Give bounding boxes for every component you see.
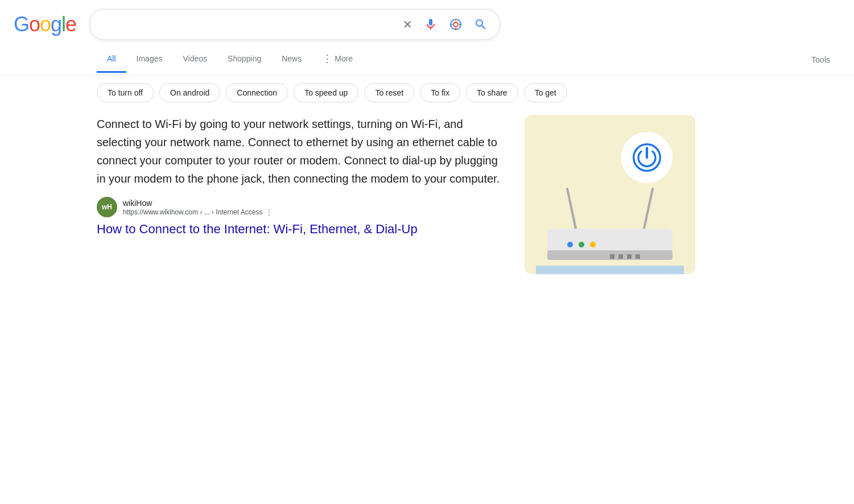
clear-button[interactable]: ✕ (401, 15, 415, 34)
router-svg (536, 183, 684, 274)
search-button[interactable] (472, 15, 490, 34)
svg-rect-18 (536, 266, 684, 274)
main-content: Connect to Wi-Fi by going to your networ… (0, 115, 854, 274)
logo-letter-e: e (65, 13, 76, 36)
router-image (525, 115, 695, 274)
tab-more[interactable]: ⋮ More (312, 44, 363, 75)
tab-shopping[interactable]: Shopping (217, 46, 271, 73)
nav-tabs: All Images Videos Shopping News ⋮ More T… (0, 44, 854, 75)
svg-rect-15 (618, 254, 623, 259)
power-icon (633, 143, 661, 172)
results-column: Connect to Wi-Fi by going to your networ… (97, 115, 506, 274)
chip-reset[interactable]: To reset (364, 83, 414, 102)
tools-button[interactable]: Tools (801, 47, 840, 72)
source-avatar: wH (97, 197, 117, 217)
tab-all[interactable]: All (97, 46, 126, 73)
source-info: wikiHow https://www.wikihow.com › ... › … (123, 199, 273, 216)
svg-line-7 (567, 189, 576, 229)
clear-icon: ✕ (403, 18, 412, 31)
chip-turn-off[interactable]: To turn off (97, 83, 154, 102)
chips-row: To turn off On android Connection To spe… (0, 75, 854, 110)
svg-rect-17 (636, 254, 640, 259)
svg-point-13 (590, 242, 596, 247)
svg-rect-16 (627, 254, 632, 259)
source-dots-menu[interactable]: ⋮ (266, 208, 273, 216)
chip-fix[interactable]: To fix (420, 83, 460, 102)
tab-videos[interactable]: Videos (172, 46, 217, 73)
snippet-text: Connect to Wi-Fi by going to your networ… (97, 115, 506, 188)
result-title-link[interactable]: How to Connect to the Internet: Wi-Fi, E… (97, 222, 506, 237)
lens-button[interactable] (447, 15, 465, 34)
tab-news[interactable]: News (271, 46, 312, 73)
dots-more-icon: ⋮ (322, 52, 332, 65)
logo-letter-o1: o (29, 13, 40, 36)
microphone-icon (424, 18, 438, 31)
logo-letter-g2: g (51, 13, 61, 36)
svg-point-12 (579, 242, 584, 247)
chip-connection[interactable]: Connection (226, 83, 288, 102)
logo-letter-l: l (61, 13, 65, 36)
header: Google how to internet ✕ (0, 0, 854, 40)
search-bar: how to internet ✕ (90, 9, 500, 40)
chip-on-android[interactable]: On android (159, 83, 220, 102)
search-input[interactable]: how to internet (100, 19, 394, 31)
voice-search-button[interactable] (422, 15, 440, 34)
search-bar-wrapper: how to internet ✕ (90, 9, 500, 40)
svg-rect-14 (610, 254, 614, 259)
search-icon (474, 18, 488, 31)
tab-images[interactable]: Images (126, 46, 173, 73)
svg-point-11 (567, 242, 573, 247)
power-circle (621, 132, 673, 183)
chip-share[interactable]: To share (466, 83, 518, 102)
lens-icon (449, 18, 463, 31)
svg-point-1 (453, 22, 458, 27)
google-logo[interactable]: Google (14, 13, 76, 36)
source-row: wH wikiHow https://www.wikihow.com › ...… (97, 197, 506, 217)
svg-line-8 (644, 189, 653, 229)
right-panel (525, 115, 695, 274)
chip-speed-up[interactable]: To speed up (294, 83, 358, 102)
logo-letter-o2: o (40, 13, 51, 36)
logo-letter-g: G (14, 13, 29, 36)
source-url: https://www.wikihow.com › ... › Internet… (123, 208, 273, 216)
chip-get[interactable]: To get (524, 83, 567, 102)
source-name: wikiHow (123, 199, 273, 208)
